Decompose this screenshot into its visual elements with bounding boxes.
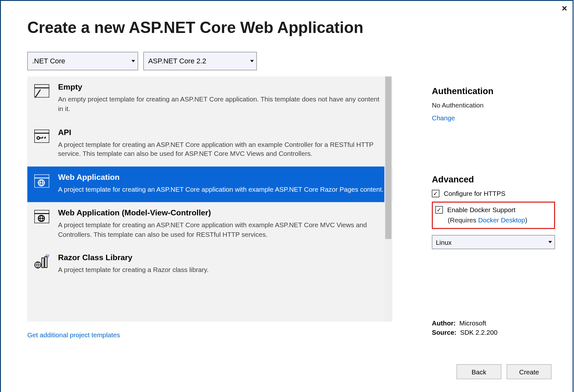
- docker-desktop-link[interactable]: Docker Desktop: [478, 216, 525, 224]
- docker-highlight-box: ✓ Enable Docker Support (Requires Docker…: [432, 202, 555, 229]
- authentication-value: No Authentication: [432, 101, 555, 109]
- page-title: Create a new ASP.NET Core Web Applicatio…: [27, 19, 546, 37]
- checkbox-checked-icon: ✓: [435, 206, 443, 213]
- source-label: Source:: [432, 329, 456, 336]
- template-column: Empty An empty project template for crea…: [27, 76, 392, 339]
- template-desc: A project template for creating a Razor …: [58, 265, 384, 275]
- back-button[interactable]: Back: [456, 364, 501, 379]
- framework-combo-value: .NET Core: [32, 57, 65, 65]
- version-combo-value: ASP.NET Core 2.2: [148, 57, 206, 65]
- framework-combo[interactable]: .NET Core: [27, 52, 138, 70]
- library-template-icon: @: [33, 253, 50, 270]
- template-item-web-application[interactable]: Web Application A project template for c…: [27, 166, 392, 202]
- source-value: SDK 2.2.200: [460, 329, 497, 336]
- options-sidebar: Authentication No Authentication Change …: [432, 76, 555, 339]
- dialog-buttons: Back Create: [456, 364, 552, 379]
- web-template-icon: [33, 173, 50, 189]
- authentication-section: Authentication No Authentication Change: [432, 86, 555, 122]
- template-item-api[interactable]: API A project template for creating an A…: [27, 122, 392, 167]
- configure-https-checkbox[interactable]: ✓ Configure for HTTPS: [432, 190, 555, 197]
- svg-rect-17: [45, 257, 47, 268]
- enable-docker-checkbox[interactable]: ✓ Enable Docker Support: [435, 206, 551, 213]
- template-desc: A project template for creating an ASP.N…: [58, 220, 384, 239]
- main-row: Empty An empty project template for crea…: [27, 76, 546, 339]
- docker-os-combo[interactable]: Linux: [432, 235, 555, 249]
- template-meta: Author: Microsoft Source: SDK 2.2.200: [432, 319, 555, 336]
- scrollbar-track[interactable]: [384, 76, 392, 322]
- template-item-razor-class-library[interactable]: @ Razor Class Library A project template…: [27, 247, 392, 283]
- template-item-web-application-mvc[interactable]: Web Application (Model-View-Controller) …: [27, 202, 392, 247]
- svg-rect-16: [42, 258, 44, 268]
- requires-suffix: ): [525, 216, 527, 224]
- template-title: Web Application: [58, 173, 384, 182]
- empty-template-icon: [33, 83, 50, 99]
- scrollbar-thumb[interactable]: [385, 76, 391, 239]
- new-project-dialog: ✕ Create a new ASP.NET Core Web Applicat…: [0, 0, 573, 392]
- get-additional-templates-link[interactable]: Get additional project templates: [27, 331, 120, 339]
- author-value: Microsoft: [459, 319, 486, 327]
- authentication-heading: Authentication: [432, 86, 555, 96]
- template-title: Empty: [58, 83, 384, 92]
- template-title: Razor Class Library: [58, 253, 384, 262]
- advanced-heading: Advanced: [432, 174, 555, 185]
- template-list[interactable]: Empty An empty project template for crea…: [27, 76, 392, 322]
- template-desc: A project template for creating an ASP.N…: [58, 140, 384, 159]
- create-button[interactable]: Create: [507, 364, 552, 379]
- api-template-icon: [33, 128, 50, 144]
- framework-selectors: .NET Core ASP.NET Core 2.2: [27, 52, 546, 70]
- advanced-section: Advanced ✓ Configure for HTTPS ✓ Enable …: [432, 174, 555, 249]
- template-title: API: [58, 128, 384, 137]
- svg-rect-3: [34, 129, 49, 142]
- docker-os-value: Linux: [436, 238, 452, 246]
- svg-point-5: [37, 136, 39, 139]
- checkbox-checked-icon: ✓: [432, 190, 439, 197]
- docker-requires-note: (Requires Docker Desktop): [448, 216, 552, 224]
- enable-docker-label: Enable Docker Support: [447, 206, 515, 213]
- svg-line-2: [35, 90, 40, 98]
- chevron-down-icon: [548, 241, 552, 243]
- chevron-down-icon: [250, 60, 254, 62]
- change-authentication-link[interactable]: Change: [432, 114, 455, 122]
- requires-prefix: (Requires: [448, 216, 478, 224]
- close-button[interactable]: ✕: [562, 4, 567, 13]
- template-desc: A project template for creating an ASP.N…: [58, 185, 384, 194]
- web-template-icon: [33, 208, 50, 225]
- dialog-content: Create a new ASP.NET Core Web Applicatio…: [1, 1, 573, 348]
- template-desc: An empty project template for creating a…: [58, 94, 384, 114]
- template-title: Web Application (Model-View-Controller): [58, 208, 384, 217]
- template-item-empty[interactable]: Empty An empty project template for crea…: [27, 76, 392, 122]
- configure-https-label: Configure for HTTPS: [444, 190, 505, 197]
- svg-text:@: @: [45, 254, 49, 258]
- version-combo[interactable]: ASP.NET Core 2.2: [144, 52, 257, 70]
- chevron-down-icon: [132, 60, 135, 62]
- author-label: Author:: [432, 319, 455, 327]
